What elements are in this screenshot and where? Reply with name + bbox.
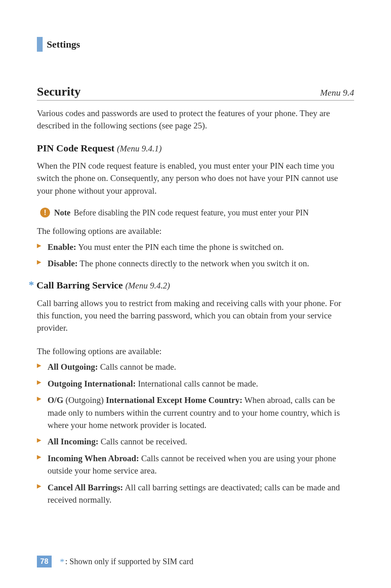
- list-item: Enable: You must enter the PIN each time…: [37, 241, 354, 253]
- pin-options-list: Enable: You must enter the PIN each time…: [37, 241, 354, 270]
- menu-ref: Menu 9.4: [320, 87, 354, 98]
- option-label: Cancel All Barrings:: [48, 483, 123, 492]
- option-label: Disable:: [48, 259, 78, 268]
- option-label2: International Except Home Country:: [106, 395, 242, 405]
- callbar-options-intro: The following options are available:: [37, 345, 354, 357]
- option-text: Calls cannot be made.: [98, 362, 176, 372]
- page-number-badge: 78: [37, 556, 52, 567]
- note-text: Before disabling the PIN code request fe…: [74, 208, 309, 217]
- note-label: Note: [54, 208, 70, 217]
- option-label: Enable:: [48, 242, 76, 252]
- section-label: Settings: [47, 39, 80, 50]
- list-item: All Outgoing: Calls cannot be made.: [37, 361, 354, 373]
- section-bar-icon: [37, 37, 43, 52]
- title-row: Security Menu 9.4: [37, 85, 354, 101]
- callbar-options-list: All Outgoing: Calls cannot be made. Outg…: [37, 361, 354, 506]
- pin-heading-text: PIN Code Request: [37, 143, 114, 153]
- option-text: You must enter the PIN each time the pho…: [76, 242, 284, 252]
- star-icon: *: [29, 279, 34, 291]
- option-label: Incoming When Abroad:: [48, 453, 139, 463]
- page-footer: 78 * : Shown only if supported by SIM ca…: [37, 556, 193, 567]
- alert-icon: !: [40, 208, 50, 217]
- intro-para: Various codes and passwords are used to …: [37, 107, 354, 132]
- option-mid: (Outgoing): [64, 395, 106, 405]
- option-text: The phone connects directly to the netwo…: [78, 259, 309, 268]
- pin-heading: PIN Code Request (Menu 9.4.1): [37, 143, 354, 154]
- option-label: All Outgoing:: [48, 362, 98, 372]
- callbar-menu-ref: (Menu 9.4.2): [125, 281, 170, 291]
- option-text: Calls cannot be received.: [98, 437, 187, 446]
- list-item: All Incoming: Calls cannot be received.: [37, 435, 354, 448]
- callbar-heading: * Call Barring Service (Menu 9.4.2): [37, 279, 354, 291]
- list-item: Incoming When Abroad: Calls cannot be re…: [37, 452, 354, 477]
- pin-menu-ref: (Menu 9.4.1): [117, 144, 161, 153]
- footnote-text: : Shown only if supported by SIM card: [65, 557, 193, 566]
- footnote-star-icon: *: [60, 556, 64, 567]
- list-item: Cancel All Barrings: All call barring se…: [37, 481, 354, 506]
- pin-options-intro: The following options are available:: [37, 225, 354, 237]
- callbar-para: Call barring allows you to restrict from…: [37, 297, 354, 334]
- list-item: Disable: The phone connects directly to …: [37, 257, 354, 270]
- pin-para: When the PIN code request feature is ena…: [37, 160, 354, 197]
- option-label: O/G: [48, 395, 64, 405]
- note-row: ! Note Before disabling the PIN code req…: [40, 208, 354, 217]
- option-label: Outgoing International:: [48, 379, 136, 389]
- option-label: All Incoming:: [48, 437, 98, 446]
- option-text: International calls cannot be made.: [136, 379, 258, 389]
- callbar-heading-text: Call Barring Service: [36, 280, 123, 291]
- section-marker: Settings: [37, 37, 354, 52]
- list-item: Outgoing International: International ca…: [37, 378, 354, 390]
- page-title: Security: [37, 85, 81, 98]
- list-item: O/G (Outgoing) International Except Home…: [37, 394, 354, 431]
